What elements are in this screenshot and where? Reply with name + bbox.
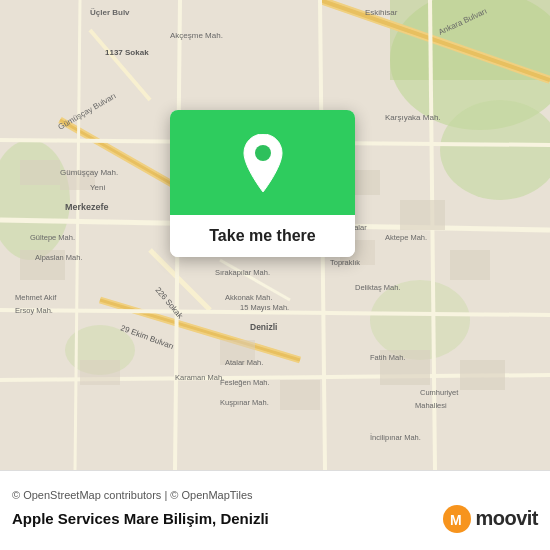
svg-text:Fatih Mah.: Fatih Mah. bbox=[370, 353, 405, 362]
moovit-logo: M moovit bbox=[443, 505, 538, 533]
svg-text:M: M bbox=[450, 512, 462, 528]
svg-text:Gültepe Mah.: Gültepe Mah. bbox=[30, 233, 75, 242]
svg-text:Karaman Mah.: Karaman Mah. bbox=[175, 373, 224, 382]
svg-rect-30 bbox=[450, 250, 490, 280]
place-info-row: Apple Services Mare Bilişim, Denizli M m… bbox=[12, 505, 538, 533]
map-container: Üçler Bulv Akçeşme Mah. Eskihisar Ankara… bbox=[0, 0, 550, 470]
moovit-text: moovit bbox=[475, 507, 538, 530]
attribution-text: © OpenStreetMap contributors | © OpenMap… bbox=[12, 489, 538, 501]
svg-text:Merkezefe: Merkezefe bbox=[65, 202, 109, 212]
svg-text:Deliktaş Mah.: Deliktaş Mah. bbox=[355, 283, 400, 292]
moovit-icon: M bbox=[443, 505, 471, 533]
svg-text:Fesleğen Mah.: Fesleğen Mah. bbox=[220, 378, 270, 387]
svg-text:Eskihisar: Eskihisar bbox=[365, 8, 398, 17]
svg-rect-28 bbox=[400, 200, 445, 230]
svg-text:Yeni: Yeni bbox=[90, 183, 106, 192]
svg-text:Mahallesi: Mahallesi bbox=[415, 401, 447, 410]
svg-text:Akkonak Mah.: Akkonak Mah. bbox=[225, 293, 273, 302]
svg-rect-32 bbox=[460, 360, 505, 390]
svg-text:Alpaslan Mah.: Alpaslan Mah. bbox=[35, 253, 83, 262]
svg-text:Ersoy Mah.: Ersoy Mah. bbox=[15, 306, 53, 315]
location-popup: Take me there bbox=[170, 110, 355, 257]
popup-header bbox=[170, 110, 355, 215]
svg-text:Sırakapılar Mah.: Sırakapılar Mah. bbox=[215, 268, 270, 277]
svg-text:Aktepe Mah.: Aktepe Mah. bbox=[385, 233, 427, 242]
svg-point-6 bbox=[370, 280, 470, 360]
svg-rect-24 bbox=[20, 160, 60, 185]
svg-text:Cumhuriyet: Cumhuriyet bbox=[420, 388, 459, 397]
svg-rect-35 bbox=[280, 380, 320, 410]
svg-text:İncilipınar Mah.: İncilipınar Mah. bbox=[370, 433, 421, 442]
place-name: Apple Services Mare Bilişim, Denizli bbox=[12, 510, 269, 527]
svg-text:1137 Sokak: 1137 Sokak bbox=[105, 48, 149, 57]
svg-text:Denizli: Denizli bbox=[250, 322, 277, 332]
take-me-there-button[interactable]: Take me there bbox=[170, 215, 355, 257]
svg-text:Mehmet Akif: Mehmet Akif bbox=[15, 293, 57, 302]
svg-text:15 Mayıs Mah.: 15 Mayıs Mah. bbox=[240, 303, 289, 312]
location-pin-icon bbox=[239, 134, 287, 192]
svg-text:Akçeşme Mah.: Akçeşme Mah. bbox=[170, 31, 223, 40]
svg-text:Kuşpınar Mah.: Kuşpınar Mah. bbox=[220, 398, 269, 407]
bottom-bar: © OpenStreetMap contributors | © OpenMap… bbox=[0, 470, 550, 550]
svg-text:Üçler Bulv: Üçler Bulv bbox=[90, 8, 130, 17]
svg-text:Gümüşçay Mah.: Gümüşçay Mah. bbox=[60, 168, 118, 177]
svg-text:Karşıyaka Mah.: Karşıyaka Mah. bbox=[385, 113, 441, 122]
svg-text:Atalar Mah.: Atalar Mah. bbox=[225, 358, 263, 367]
svg-text:Topraklık: Topraklık bbox=[330, 258, 360, 267]
svg-point-68 bbox=[255, 145, 271, 161]
svg-rect-33 bbox=[80, 360, 120, 385]
